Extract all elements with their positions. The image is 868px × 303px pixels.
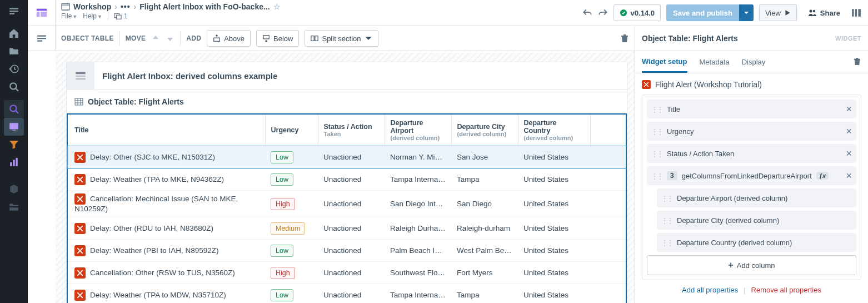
widget-sub-header: Object Table: Flight Alerts	[67, 90, 627, 113]
table-wrap: Title Urgency Status / ActionTaken Depar…	[67, 113, 627, 303]
column-status[interactable]: Status / Action Taken ×	[647, 144, 856, 163]
remove-column-icon[interactable]: ×	[846, 104, 852, 114]
tab-widget-setup[interactable]: Widget setup	[642, 51, 687, 73]
cube-icon[interactable]	[4, 180, 24, 198]
col-status[interactable]: Status / ActionTaken	[318, 115, 385, 146]
svg-rect-9	[36, 12, 39, 17]
grip-icon[interactable]	[651, 172, 662, 180]
svg-rect-21	[263, 36, 270, 39]
header-main: Workshop › ••• › Flight Alert Inbox with…	[56, 0, 582, 26]
save-dropdown[interactable]	[739, 4, 754, 21]
move-up-icon[interactable]	[151, 34, 160, 43]
below-icon	[262, 34, 270, 42]
svg-rect-27	[75, 98, 83, 105]
object-type-label: Flight Alert (Workshop Tutorial)	[655, 80, 762, 89]
grip-icon[interactable]	[661, 239, 672, 247]
split-section-button[interactable]: Split section	[305, 30, 378, 47]
col-dep-airport[interactable]: Departure Airport(derived column)	[385, 115, 451, 146]
left-icon-rail	[0, 0, 28, 303]
inspect-icon[interactable]	[4, 100, 24, 118]
col-title[interactable]: Title	[68, 115, 265, 146]
cell-title: Delay: Other (RDU to IAH, N83680Z)	[68, 217, 265, 240]
windows-icon	[114, 12, 122, 20]
cell-urgency: Low	[265, 168, 318, 191]
svg-rect-22	[311, 36, 314, 41]
cell-country: United States	[518, 168, 590, 191]
widget-sub-title: Object Table: Flight Alerts	[88, 97, 184, 106]
share-button[interactable]: Share	[802, 4, 846, 21]
tab-metadata[interactable]: Metadata	[700, 51, 730, 73]
layout-mode-button[interactable]	[28, 0, 56, 26]
cell-airport: Tampa Internation	[385, 168, 451, 191]
plus-icon: +	[729, 260, 734, 270]
breadcrumb-title[interactable]: Flight Alert Inbox with FoO-backe...	[139, 2, 270, 11]
fx-badge: ƒx	[816, 172, 829, 180]
column-dep-airport[interactable]: Departure Airport (derived column)	[657, 188, 856, 207]
widget-container[interactable]: Flight Alert Inbox: derived columns exam…	[67, 62, 627, 303]
sidebar-toggle[interactable]	[28, 26, 56, 51]
table-row[interactable]: Cancellation: Other (RSW to TUS, N3560Z)…	[68, 262, 626, 284]
remove-column-icon[interactable]: ×	[846, 171, 852, 181]
grip-icon[interactable]	[651, 105, 662, 113]
tab-display[interactable]: Display	[742, 51, 766, 73]
trash-icon	[853, 57, 861, 66]
add-column-button[interactable]: + Add column	[647, 255, 856, 275]
delete-widget-button[interactable]	[615, 30, 634, 47]
svg-rect-17	[852, 9, 854, 17]
col-urgency[interactable]: Urgency	[265, 115, 318, 146]
table-row[interactable]: Delay: Weather (TPA to MKE, N94362Z) Low…	[68, 168, 626, 191]
grip-icon[interactable]	[651, 150, 662, 158]
redo-icon[interactable]	[598, 8, 608, 18]
panel-toggle-icon[interactable]	[851, 8, 861, 18]
add-above-button[interactable]: Above	[207, 30, 251, 47]
add-all-link[interactable]: Add all properties	[682, 286, 738, 294]
urgency-badge: Medium	[271, 222, 305, 235]
menu-collapse-icon[interactable]	[4, 2, 24, 20]
cell-urgency: Low	[265, 146, 318, 168]
folder-icon[interactable]	[4, 42, 24, 60]
cell-urgency: High	[265, 191, 318, 217]
cell-spacer	[590, 191, 626, 217]
home-icon[interactable]	[4, 24, 24, 42]
col-dep-city[interactable]: Departure City(derived column)	[451, 115, 518, 146]
column-dep-city[interactable]: Departure City (derived column)	[657, 211, 856, 230]
app-editor-icon[interactable]	[4, 118, 24, 136]
breadcrumb-dots[interactable]: •••	[121, 2, 131, 11]
add-below-button[interactable]: Below	[256, 30, 299, 47]
help-menu[interactable]: Help▼	[83, 12, 102, 20]
stack-icon[interactable]	[4, 198, 24, 216]
delete-button[interactable]	[853, 57, 861, 67]
object-type-row[interactable]: Flight Alert (Workshop Tutorial)	[642, 80, 861, 89]
remove-column-icon[interactable]: ×	[846, 126, 852, 136]
column-urgency[interactable]: Urgency ×	[647, 122, 856, 141]
view-button[interactable]: View	[759, 4, 797, 21]
alert-icon	[74, 152, 86, 163]
remove-column-icon[interactable]: ×	[846, 148, 852, 158]
table-row[interactable]: Delay: Weather (TPA to MDW, N35710Z) Low…	[68, 284, 626, 304]
col-dep-country[interactable]: Departure Country(derived column)	[518, 115, 590, 146]
column-dep-country[interactable]: Departure Country (derived column)	[657, 233, 856, 252]
history-icon[interactable]	[4, 60, 24, 78]
table-row[interactable]: Delay: Weather (PBI to IAH, N89592Z) Low…	[68, 240, 626, 262]
breadcrumb-root[interactable]: Workshop	[73, 2, 111, 11]
table-row[interactable]: Delay: Other (RDU to IAH, N83680Z) Mediu…	[68, 217, 626, 240]
grip-icon[interactable]	[651, 127, 662, 136]
search-icon[interactable]	[4, 78, 24, 96]
table-row[interactable]: Delay: Other (SJC to MKE, N15031Z) Low U…	[68, 146, 626, 168]
table-row[interactable]: Cancellation: Mechincal Issue (SAN to MK…	[68, 191, 626, 217]
grip-icon[interactable]	[661, 194, 672, 202]
chart-icon[interactable]	[4, 153, 24, 171]
open-windows[interactable]: 1	[114, 12, 128, 20]
alert-icon	[74, 223, 86, 234]
column-title[interactable]: Title ×	[647, 100, 856, 118]
undo-icon[interactable]	[582, 8, 592, 18]
column-derived-group[interactable]: 3 getColumnsFromLinkedDepartureAirport ƒ…	[647, 166, 856, 185]
grip-icon[interactable]	[661, 216, 672, 225]
remove-all-link[interactable]: Remove all properties	[751, 286, 821, 294]
move-down-icon[interactable]	[166, 34, 174, 43]
star-icon[interactable]: ☆	[273, 2, 281, 11]
file-menu[interactable]: File▼	[61, 12, 77, 20]
funnel-icon[interactable]	[4, 136, 24, 153]
save-publish-button[interactable]: Save and publish	[666, 4, 754, 21]
version-chip[interactable]: v0.14.0	[613, 4, 661, 21]
